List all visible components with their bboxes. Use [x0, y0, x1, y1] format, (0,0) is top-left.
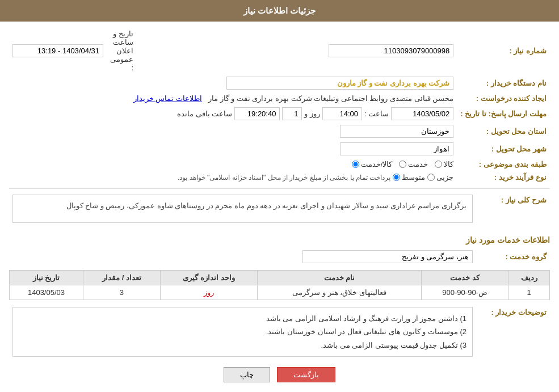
saat-input[interactable]: [322, 107, 362, 120]
page-title: جزئیات اطلاعات نیاز: [243, 6, 316, 15]
radio-kala-khadamat: کالا/خدمت: [352, 160, 393, 168]
tabaghe-label: طبقه بندی موضوعی :: [457, 158, 550, 171]
date-input[interactable]: [391, 107, 453, 120]
cell-radif: 1: [508, 285, 550, 300]
tozihat-label: توضیحات خریدار :: [476, 305, 550, 359]
sharh-box: برگزاری مراسم عزاداری سید و سالار شهیدان…: [12, 195, 473, 223]
ostan-input[interactable]: [340, 125, 453, 138]
motovaset-label: متوسط: [402, 173, 425, 182]
baghimande-input[interactable]: [234, 107, 280, 120]
radio-khadamat: خدمت: [399, 160, 428, 168]
radio-kala-input[interactable]: [435, 161, 442, 168]
shomareNiaz-row: شماره نیاز : تاریخ و ساعت اعلان عمومی :: [9, 27, 550, 74]
col-radif: ردیف: [508, 271, 550, 285]
grohe-label: گروه خدمت :: [476, 248, 550, 265]
baghimande-label: ساعت باقی مانده: [177, 109, 232, 118]
namDastgah-row: نام دستگاه خریدار :: [9, 74, 550, 92]
grohe-row: گروه خدمت :: [9, 248, 550, 265]
table-row: 1 ض-90-90-900 فعالیتهای خلاق، هنر و سرگر…: [10, 285, 550, 300]
radio-motovaset: متوسط: [393, 173, 425, 182]
tozihat-line3: 3) تکمیل جدول قیمت پیوستی الزامی می باشد…: [19, 339, 466, 352]
saat-label: ساعت :: [364, 109, 389, 118]
sharh-value: برگزاری مراسم عزاداری سید و سالار شهیدان…: [66, 201, 466, 210]
mohlatErsal-row: مهلت ارسال پاسخ: تا تاریخ : ساعت : روز و…: [9, 105, 550, 123]
shahr-row: شهر محل تحویل :: [9, 140, 550, 158]
radio-motovaset-input[interactable]: [393, 174, 400, 181]
sharh-table: شرح کلی نیاز : برگزاری مراسم عزاداری سید…: [9, 192, 550, 230]
shomareNiaz-value: [325, 27, 457, 74]
shomareNiaz-input[interactable]: [329, 44, 453, 57]
jazei-label: جزیی: [436, 173, 453, 182]
tozihat-line1: 1) داشتن مجوز از وزارت فرهنگ و ارشاد اسل…: [19, 312, 466, 325]
kala-khadamat-label: کالا/خدمت: [361, 160, 393, 168]
rooz-label: روز و: [304, 109, 320, 118]
cell-kod: ض-90-90-900: [422, 285, 508, 300]
noefarayand-row: نوع فرآیند خرید : جزیی متوسط پرداخت تمام…: [9, 171, 550, 184]
ostan-label: استان محل تحویل :: [457, 123, 550, 140]
col-tarikh: تاریخ نیاز: [10, 271, 83, 285]
divider1: [9, 188, 550, 189]
col-kod: کد خدمت: [422, 271, 508, 285]
ijadKonnande-label: ایجاد کننده درخواست :: [457, 92, 550, 105]
grohe-input[interactable]: [302, 250, 473, 263]
radio-jazei-input[interactable]: [427, 174, 435, 181]
tozihat-row: توضیحات خریدار : 1) داشتن مجوز از وزارت …: [9, 305, 550, 359]
page-header: جزئیات اطلاعات نیاز: [0, 0, 559, 22]
table-header: ردیف کد خدمت نام خدمت واحد اندازه گیری ت…: [10, 271, 550, 285]
namDastgah-label: نام دستگاه خریدار :: [457, 74, 550, 92]
khadamat-label: خدمت: [408, 160, 428, 168]
print-button[interactable]: چاپ: [224, 367, 270, 382]
cell-tedad: 3: [83, 285, 160, 300]
tabaghe-row: طبقه بندی موضوعی : کالا خدمت کالا/خدمت: [9, 158, 550, 171]
ijtlaat-link[interactable]: اطلاعات تماس خریدار: [133, 94, 202, 103]
col-tedad: تعداد / مقدار: [83, 271, 160, 285]
tozihat-line2: 2) موسسات و کانون های تبلیغاتی فعال در ا…: [19, 325, 466, 338]
info-table: شماره نیاز : تاریخ و ساعت اعلان عمومی : …: [9, 27, 550, 184]
ijadKonnande-value: محسن قبائی متصدی روابط اجتماعی وتبلیغات …: [208, 94, 453, 103]
shahr-label: شهر محل تحویل :: [457, 140, 550, 158]
radio-kala: کالا: [435, 160, 453, 168]
shahr-input[interactable]: [340, 142, 453, 155]
radio-kala-khadamat-input[interactable]: [352, 161, 359, 168]
sharh-label: شرح کلی نیاز :: [476, 192, 550, 230]
ostan-row: استان محل تحویل :: [9, 123, 550, 140]
namDastgah-input[interactable]: [226, 77, 453, 90]
rooz-input[interactable]: [282, 107, 302, 120]
mohlatErsal-inline: ساعت : روز و ساعت باقی مانده: [12, 107, 453, 120]
col-vahed: واحد اندازه گیری: [160, 271, 257, 285]
kala-label: کالا: [444, 160, 453, 168]
tarikh-label: تاریخ و ساعت اعلان عمومی :: [110, 29, 133, 72]
table-header-row: ردیف کد خدمت نام خدمت واحد اندازه گیری ت…: [10, 271, 550, 285]
noefarayand-label: نوع فرآیند خرید :: [457, 171, 550, 184]
radio-khadamat-input[interactable]: [399, 161, 406, 168]
col-nam: نام خدمت: [258, 271, 422, 285]
table-body: 1 ض-90-90-900 فعالیتهای خلاق، هنر و سرگر…: [10, 285, 550, 300]
content-area: شماره نیاز : تاریخ و ساعت اعلان عمومی : …: [0, 22, 559, 392]
tozihat-table: توضیحات خریدار : 1) داشتن مجوز از وزارت …: [9, 305, 550, 359]
sharh-row: شرح کلی نیاز : برگزاری مراسم عزاداری سید…: [9, 192, 550, 230]
noefarayand-inline: جزیی متوسط پرداخت تمام یا بخشی از مبلغ خ…: [12, 173, 453, 182]
grohe-table: گروه خدمت :: [9, 248, 550, 265]
mohlatErsal-label: مهلت ارسال پاسخ: تا تاریخ :: [457, 105, 550, 123]
tabaghe-radiogroup: کالا خدمت کالا/خدمت: [352, 160, 454, 168]
tozihat-box: 1) داشتن مجوز از وزارت فرهنگ و ارشاد اسل…: [12, 307, 473, 357]
back-button[interactable]: بازگشت: [277, 367, 335, 382]
noefarayand-note: پرداخت تمام یا بخشی از مبلغ خریدار از مح…: [178, 174, 390, 182]
cell-vahed: روز: [160, 285, 257, 300]
cell-nam: فعالیتهای خلاق، هنر و سرگرمی: [258, 285, 422, 300]
khadamat-title: اطلاعات خدمات مورد نیاز: [9, 235, 550, 245]
radio-jazei: جزیی: [427, 173, 453, 182]
shomareNiaz-label: شماره نیاز :: [457, 27, 550, 74]
page-wrapper: جزئیات اطلاعات نیاز شماره نیاز : تاریخ و…: [0, 0, 559, 392]
cell-tarikh: 1403/05/03: [10, 285, 83, 300]
button-row: بازگشت چاپ: [9, 367, 550, 382]
ijadKonnande-row: ایجاد کننده درخواست : محسن قبائی متصدی ر…: [9, 92, 550, 105]
services-table: ردیف کد خدمت نام خدمت واحد اندازه گیری ت…: [9, 270, 550, 300]
tarikh-input[interactable]: [12, 44, 103, 57]
